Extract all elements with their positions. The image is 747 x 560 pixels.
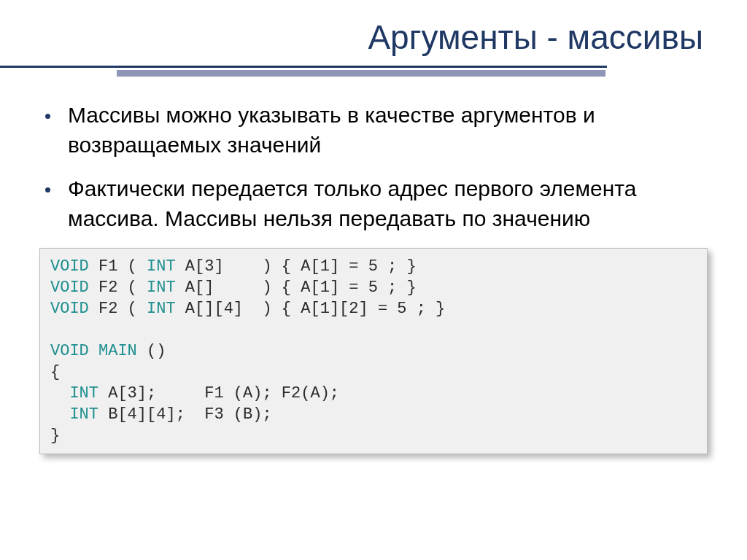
divider-block xyxy=(117,70,605,77)
code-text: A[][4] ) { A[1][2] = 5 ; } xyxy=(176,300,446,318)
content-area: Массивы можно указывать в качестве аргум… xyxy=(35,101,712,454)
slide: Аргументы - массивы Массивы можно указыв… xyxy=(0,0,747,560)
bullet-item: Фактически передается только адрес перво… xyxy=(35,174,712,233)
keyword-void: VOID xyxy=(50,342,89,360)
code-text: F2 ( xyxy=(89,300,147,318)
bullet-text: Массивы можно указывать в качестве аргум… xyxy=(68,101,712,160)
divider-line xyxy=(0,66,607,68)
slide-title: Аргументы - массивы xyxy=(35,18,703,57)
bullet-item: Массивы можно указывать в качестве аргум… xyxy=(35,101,712,160)
code-text: B[4][4]; F3 (B); xyxy=(98,405,272,424)
bullet-text: Фактически передается только адрес перво… xyxy=(68,174,712,233)
keyword-int: INT xyxy=(147,300,176,318)
bullet-dot-icon xyxy=(45,114,50,119)
code-text xyxy=(50,405,69,424)
keyword-void: VOID xyxy=(50,257,89,276)
code-text: A[3]; F1 (A); F2(A); xyxy=(98,384,339,402)
keyword-int: INT xyxy=(69,384,98,402)
code-text: F1 ( xyxy=(89,257,147,276)
code-text xyxy=(50,384,69,402)
code-text: () xyxy=(137,342,166,360)
keyword-void: VOID xyxy=(50,300,89,318)
keyword-void: VOID xyxy=(50,279,89,297)
keyword-int: INT xyxy=(147,279,176,297)
keyword-main: MAIN xyxy=(98,342,137,360)
keyword-int: INT xyxy=(147,257,176,276)
bullet-dot-icon xyxy=(45,187,50,192)
title-divider xyxy=(0,66,607,74)
keyword-int: INT xyxy=(69,405,98,424)
code-text: { xyxy=(50,363,60,381)
code-text: F2 ( xyxy=(89,279,147,297)
code-text: A[] ) { A[1] = 5 ; } xyxy=(176,279,417,297)
code-block: VOID F1 ( INT A[3] ) { A[1] = 5 ; } VOID… xyxy=(39,248,708,454)
code-text: } xyxy=(50,427,60,445)
code-text: A[3] ) { A[1] = 5 ; } xyxy=(176,257,417,276)
